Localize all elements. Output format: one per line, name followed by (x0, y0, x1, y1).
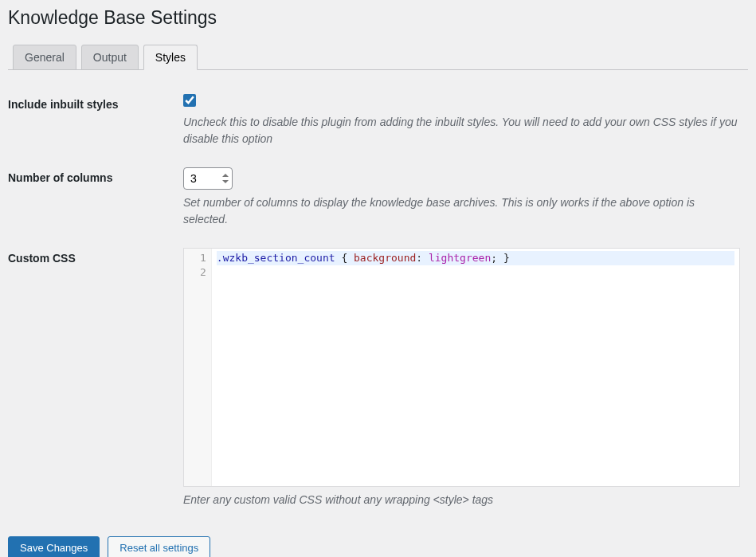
line-number: 2 (200, 265, 206, 280)
save-button[interactable]: Save Changes (8, 536, 100, 557)
columns-label: Number of columns (8, 159, 183, 240)
tab-output[interactable]: Output (81, 45, 139, 70)
columns-desc: Set number of columns to display the kno… (183, 194, 740, 228)
custom-css-desc: Enter any custom valid CSS without any w… (183, 492, 740, 508)
include-styles-checkbox[interactable] (183, 94, 196, 107)
settings-form: Include inbuilt styles Uncheck this to d… (8, 86, 748, 520)
line-number: 1 (200, 251, 206, 265)
reset-button[interactable]: Reset all settings (108, 536, 210, 557)
custom-css-editor[interactable]: 1 2 .wzkb_section_count { background: li… (183, 248, 740, 487)
tab-styles[interactable]: Styles (143, 45, 198, 70)
page-title: Knowledge Base Settings (8, 0, 748, 45)
code-line-1: .wzkb_section_count { background: lightg… (217, 251, 734, 265)
form-actions: Save Changes Reset all settings (8, 536, 748, 557)
include-styles-desc: Uncheck this to disable this plugin from… (183, 114, 740, 147)
columns-input[interactable] (183, 167, 233, 190)
custom-css-label: Custom CSS (8, 240, 183, 520)
code-area[interactable]: .wzkb_section_count { background: lightg… (212, 249, 739, 486)
tab-general[interactable]: General (13, 45, 76, 70)
tabs: General Output Styles (8, 45, 748, 70)
include-styles-label: Include inbuilt styles (8, 86, 183, 159)
code-gutter: 1 2 (184, 249, 212, 486)
